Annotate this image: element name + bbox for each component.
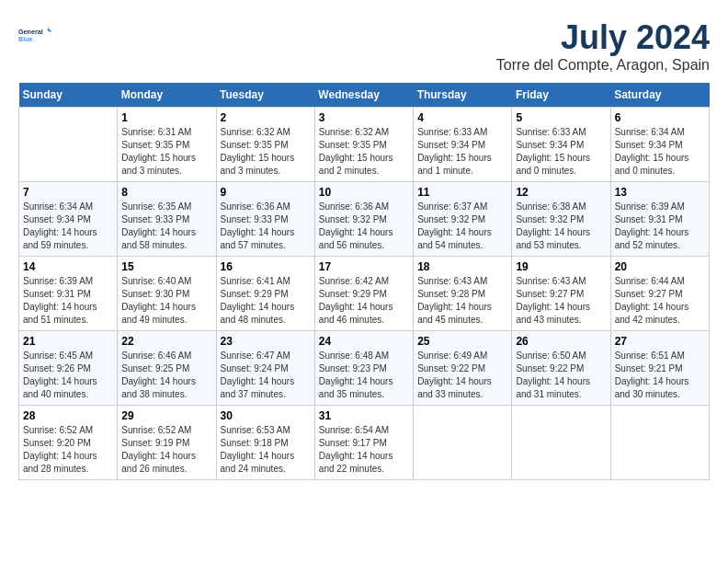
col-header-sunday: Sunday [19,83,118,108]
day-cell: 1 Sunrise: 6:31 AM Sunset: 9:35 PM Dayli… [118,108,216,182]
day-number: 1 [121,111,211,124]
sunrise-label: Sunrise: 6:34 AM [23,201,93,212]
day-number: 14 [23,260,113,273]
day-number: 11 [417,186,507,199]
sunrise-label: Sunrise: 6:50 AM [516,350,586,361]
day-info: Sunrise: 6:41 AM Sunset: 9:29 PM Dayligh… [221,275,311,327]
sunset-label: Sunset: 9:22 PM [516,363,584,373]
daylight-label: Daylight: 15 hours and 0 minutes. [615,153,689,176]
day-number: 10 [319,186,409,199]
sunset-label: Sunset: 9:34 PM [615,140,683,150]
sunset-label: Sunset: 9:28 PM [417,289,485,299]
day-info: Sunrise: 6:36 AM Sunset: 9:32 PM Dayligh… [319,201,409,252]
sunset-label: Sunset: 9:20 PM [23,438,91,448]
day-info: Sunrise: 6:52 AM Sunset: 9:20 PM Dayligh… [23,424,113,476]
day-cell: 7 Sunrise: 6:34 AM Sunset: 9:34 PM Dayli… [19,182,118,257]
day-number: 6 [615,111,705,124]
daylight-label: Daylight: 14 hours and 43 minutes. [516,302,590,325]
daylight-label: Daylight: 14 hours and 40 minutes. [23,376,97,399]
sunrise-label: Sunrise: 6:46 AM [121,350,191,361]
day-number: 27 [615,335,705,348]
day-cell: 13 Sunrise: 6:39 AM Sunset: 9:31 PM Dayl… [610,182,709,257]
logo: General Blue [18,18,51,52]
sunrise-label: Sunrise: 6:45 AM [23,350,93,361]
sunset-label: Sunset: 9:32 PM [417,214,485,224]
day-info: Sunrise: 6:31 AM Sunset: 9:35 PM Dayligh… [121,126,211,178]
sunrise-label: Sunrise: 6:43 AM [516,276,586,286]
day-cell: 28 Sunrise: 6:52 AM Sunset: 9:20 PM Dayl… [19,406,118,480]
day-cell: 18 Sunrise: 6:43 AM Sunset: 9:28 PM Dayl… [414,257,512,331]
daylight-label: Daylight: 14 hours and 38 minutes. [121,376,196,399]
col-header-saturday: Saturday [610,83,709,108]
day-number: 24 [319,335,409,348]
week-row-4: 21 Sunrise: 6:45 AM Sunset: 9:26 PM Dayl… [19,331,710,406]
sunset-label: Sunset: 9:35 PM [221,140,289,150]
sunrise-label: Sunrise: 6:44 AM [615,276,685,286]
daylight-label: Daylight: 14 hours and 59 minutes. [23,227,97,250]
week-row-5: 28 Sunrise: 6:52 AM Sunset: 9:20 PM Dayl… [19,406,710,480]
location: Torre del Compte, Aragon, Spain [496,57,710,74]
day-cell [19,108,118,182]
day-info: Sunrise: 6:46 AM Sunset: 9:25 PM Dayligh… [121,350,211,401]
daylight-label: Daylight: 14 hours and 30 minutes. [615,376,689,399]
day-number: 26 [516,335,606,348]
sunrise-label: Sunrise: 6:52 AM [23,425,93,435]
sunset-label: Sunset: 9:18 PM [221,438,289,448]
sunrise-label: Sunrise: 6:38 AM [516,201,586,212]
day-cell: 25 Sunrise: 6:49 AM Sunset: 9:22 PM Dayl… [414,331,512,406]
daylight-label: Daylight: 15 hours and 3 minutes. [121,153,196,176]
day-cell [414,406,512,480]
sunset-label: Sunset: 9:35 PM [121,140,189,150]
month-title: July 2024 [496,18,710,57]
sunset-label: Sunset: 9:31 PM [23,289,91,299]
sunset-label: Sunset: 9:30 PM [121,289,189,299]
sunrise-label: Sunrise: 6:54 AM [319,425,389,435]
day-cell: 20 Sunrise: 6:44 AM Sunset: 9:27 PM Dayl… [610,257,709,331]
day-cell: 6 Sunrise: 6:34 AM Sunset: 9:34 PM Dayli… [610,108,709,182]
day-cell [512,406,610,480]
sunrise-label: Sunrise: 6:33 AM [417,127,487,137]
day-number: 20 [615,260,705,273]
title-block: July 2024 Torre del Compte, Aragon, Spai… [496,18,710,74]
day-cell: 23 Sunrise: 6:47 AM Sunset: 9:24 PM Dayl… [216,331,314,406]
day-cell: 21 Sunrise: 6:45 AM Sunset: 9:26 PM Dayl… [19,331,118,406]
sunrise-label: Sunrise: 6:36 AM [319,201,389,212]
daylight-label: Daylight: 14 hours and 58 minutes. [121,227,196,250]
sunrise-label: Sunrise: 6:36 AM [221,201,290,212]
day-info: Sunrise: 6:39 AM Sunset: 9:31 PM Dayligh… [23,275,113,327]
day-number: 23 [221,335,311,348]
day-info: Sunrise: 6:48 AM Sunset: 9:23 PM Dayligh… [319,350,409,401]
day-number: 19 [516,260,606,273]
day-number: 2 [221,111,311,124]
sunrise-label: Sunrise: 6:32 AM [221,127,290,137]
svg-marker-2 [48,28,51,32]
day-cell: 22 Sunrise: 6:46 AM Sunset: 9:25 PM Dayl… [118,331,216,406]
daylight-label: Daylight: 14 hours and 52 minutes. [615,227,689,250]
day-info: Sunrise: 6:32 AM Sunset: 9:35 PM Dayligh… [319,126,409,178]
day-cell: 11 Sunrise: 6:37 AM Sunset: 9:32 PM Dayl… [414,182,512,257]
daylight-label: Daylight: 14 hours and 56 minutes. [319,227,393,250]
daylight-label: Daylight: 14 hours and 49 minutes. [121,302,196,325]
day-info: Sunrise: 6:36 AM Sunset: 9:33 PM Dayligh… [221,201,311,252]
sunrise-label: Sunrise: 6:40 AM [121,276,191,286]
sunset-label: Sunset: 9:32 PM [516,214,584,224]
sunrise-label: Sunrise: 6:47 AM [221,350,290,361]
daylight-label: Daylight: 14 hours and 48 minutes. [221,302,295,325]
sunrise-label: Sunrise: 6:42 AM [319,276,389,286]
day-number: 15 [121,260,211,273]
daylight-label: Daylight: 14 hours and 24 minutes. [221,451,295,474]
day-number: 17 [319,260,409,273]
daylight-label: Daylight: 14 hours and 26 minutes. [121,451,196,474]
sunset-label: Sunset: 9:33 PM [221,214,289,224]
day-cell: 12 Sunrise: 6:38 AM Sunset: 9:32 PM Dayl… [512,182,610,257]
sunrise-label: Sunrise: 6:43 AM [417,276,487,286]
day-number: 31 [319,409,409,422]
day-info: Sunrise: 6:42 AM Sunset: 9:29 PM Dayligh… [319,275,409,327]
day-cell: 8 Sunrise: 6:35 AM Sunset: 9:33 PM Dayli… [118,182,216,257]
sunset-label: Sunset: 9:24 PM [221,363,289,373]
day-info: Sunrise: 6:33 AM Sunset: 9:34 PM Dayligh… [417,126,507,178]
day-info: Sunrise: 6:49 AM Sunset: 9:22 PM Dayligh… [417,350,507,401]
daylight-label: Daylight: 14 hours and 22 minutes. [319,451,393,474]
day-info: Sunrise: 6:50 AM Sunset: 9:22 PM Dayligh… [516,350,606,401]
calendar-table: SundayMondayTuesdayWednesdayThursdayFrid… [18,83,710,480]
